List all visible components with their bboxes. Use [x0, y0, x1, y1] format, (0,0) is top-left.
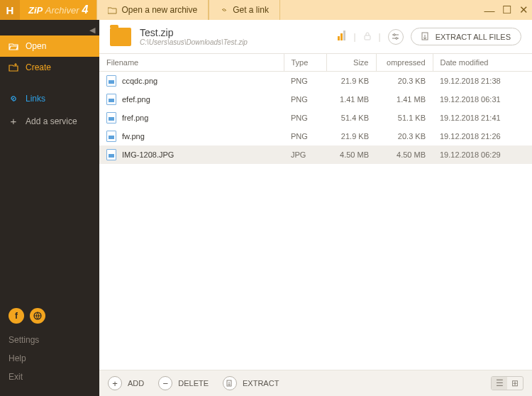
view-switch: ☰ ⊞: [491, 376, 523, 390]
file-date: 19.12.2018 21:38: [433, 72, 532, 91]
table-row[interactable]: ccqdc.pngPNG21.9 KB20.3 KB19.12.2018 21:…: [99, 72, 532, 91]
open-icon: [9, 42, 18, 50]
svg-point-2: [394, 34, 396, 36]
bottom-toolbar: + ADD − DELETE EXTRACT ☰ ⊞: [99, 370, 532, 396]
window-close-button[interactable]: ✕: [515, 4, 532, 16]
file-icon: [106, 94, 116, 105]
file-compressed: 1.41 MB: [376, 90, 433, 109]
delete-button[interactable]: − DELETE: [158, 376, 209, 390]
table-row[interactable]: efef.pngPNG1.41 MB1.41 MB19.12.2018 06:3…: [99, 90, 532, 109]
settings-round-button[interactable]: [388, 29, 404, 45]
main-panel: Test.zip C:\Users\asus\Downloads\Test.zi…: [99, 20, 532, 396]
sidebar-settings[interactable]: Settings: [9, 331, 91, 349]
file-size: 51.4 KB: [326, 109, 376, 127]
app-logo: H: [0, 0, 20, 20]
plus-circle-icon: +: [108, 376, 122, 390]
sidebar: ◀ Open Create Links + Add a service: [0, 20, 99, 396]
app-name: ZiP Archiver4: [20, 0, 96, 20]
svg-point-3: [396, 38, 398, 40]
extract-all-label: EXTRACT ALL FILES: [436, 33, 511, 41]
file-date: 19.12.2018 21:41: [433, 109, 532, 127]
col-filename[interactable]: Filename: [99, 54, 284, 72]
file-type: PNG: [284, 90, 326, 109]
add-label: ADD: [128, 379, 144, 387]
file-name: fref.png: [122, 114, 148, 122]
file-table: Filename Type Size ompressed Date modifi…: [99, 53, 532, 370]
col-type[interactable]: Type: [284, 54, 326, 72]
open-new-archive-button[interactable]: Open a new archive: [96, 0, 209, 20]
create-icon: [9, 63, 18, 72]
facebook-button[interactable]: f: [9, 308, 24, 324]
add-button[interactable]: + ADD: [108, 376, 144, 390]
file-compressed: 20.3 KB: [376, 127, 433, 145]
file-date: 19.12.2018 21:26: [433, 127, 532, 145]
facebook-icon: f: [15, 311, 18, 321]
title-bar: H ZiP Archiver4 Open a new archive Get a…: [0, 0, 532, 20]
window-minimize-button[interactable]: —: [481, 4, 498, 16]
archive-path: C:\Users\asus\Downloads\Test.zip: [140, 38, 329, 46]
file-size: 1.41 MB: [326, 90, 376, 109]
file-icon: [106, 131, 116, 142]
link-icon: [220, 6, 228, 14]
col-compressed[interactable]: ompressed: [376, 54, 433, 72]
file-icon: [106, 112, 116, 123]
file-type: PNG: [284, 72, 326, 91]
minus-circle-icon: −: [158, 376, 172, 390]
sidebar-open-label: Open: [26, 41, 46, 51]
plus-icon: +: [9, 115, 18, 127]
file-type: PNG: [284, 127, 326, 145]
file-name: fw.png: [122, 132, 145, 141]
file-compressed: 51.1 KB: [376, 109, 433, 127]
archive-name: Test.zip: [140, 27, 329, 38]
sliders-icon: [392, 33, 399, 40]
file-icon: [106, 149, 116, 160]
folder-open-icon: [108, 6, 117, 14]
table-row[interactable]: fref.pngPNG51.4 KB51.1 KB19.12.2018 21:4…: [99, 109, 532, 127]
file-compressed: 4.50 MB: [376, 145, 433, 164]
file-size: 21.9 KB: [326, 127, 376, 145]
globe-icon: [33, 312, 42, 320]
file-name: ccqdc.png: [122, 77, 157, 85]
file-date: 19.12.2018 06:31: [433, 90, 532, 109]
sidebar-help[interactable]: Help: [9, 349, 91, 368]
col-size[interactable]: Size: [326, 54, 376, 72]
sidebar-create-label: Create: [26, 62, 51, 72]
delete-label: DELETE: [178, 379, 209, 387]
extract-label: EXTRACT: [243, 379, 279, 387]
file-compressed: 20.3 KB: [376, 72, 433, 91]
table-row[interactable]: fw.pngPNG21.9 KB20.3 KB19.12.2018 21:26: [99, 127, 532, 145]
view-grid-button[interactable]: ⊞: [507, 377, 523, 390]
file-type: JPG: [284, 145, 326, 164]
sidebar-item-open[interactable]: Open: [0, 35, 99, 57]
window-maximize-button[interactable]: ☐: [498, 4, 515, 16]
view-list-button[interactable]: ☰: [492, 377, 507, 390]
file-size: 21.9 KB: [326, 72, 376, 91]
stats-icon[interactable]: [338, 31, 346, 43]
file-size: 4.50 MB: [326, 145, 376, 164]
sidebar-item-add-service[interactable]: + Add a service: [0, 109, 99, 133]
table-row[interactable]: IMG-1208.JPGJPG4.50 MB4.50 MB19.12.2018 …: [99, 145, 532, 164]
archive-folder-icon: [110, 28, 131, 46]
svg-rect-1: [365, 35, 370, 40]
sidebar-exit[interactable]: Exit: [9, 368, 91, 386]
links-icon: [9, 94, 18, 104]
sidebar-add-service-label: Add a service: [26, 116, 77, 126]
sidebar-links-label: Links: [26, 94, 45, 104]
file-type: PNG: [284, 109, 326, 127]
extract-button[interactable]: EXTRACT: [223, 376, 279, 390]
lock-icon: [363, 31, 372, 43]
file-name: efef.png: [122, 95, 150, 104]
get-link-label: Get a link: [233, 5, 269, 15]
extract-circle-icon: [223, 376, 237, 390]
extract-icon: [421, 32, 430, 41]
web-button[interactable]: [30, 308, 45, 324]
file-date: 19.12.2018 06:29: [433, 145, 532, 164]
extract-all-button[interactable]: EXTRACT ALL FILES: [411, 28, 521, 45]
col-date[interactable]: Date modified: [433, 54, 532, 72]
sidebar-collapse-button[interactable]: ◀: [89, 26, 95, 35]
open-new-archive-label: Open a new archive: [121, 5, 197, 15]
sidebar-item-create[interactable]: Create: [0, 57, 99, 78]
file-icon: [106, 75, 116, 87]
sidebar-item-links[interactable]: Links: [0, 88, 99, 109]
get-link-button[interactable]: Get a link: [209, 0, 280, 20]
